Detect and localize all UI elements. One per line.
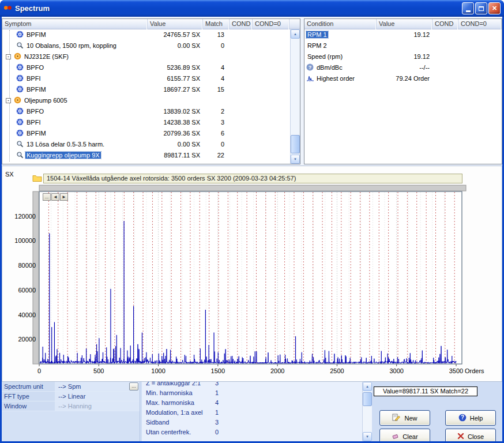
column-header-symptom[interactable]: Symptom	[2, 19, 148, 29]
chart-options-button[interactable]: ...	[43, 193, 51, 201]
symptom-label[interactable]: BPFIM	[25, 86, 47, 93]
parameter-row[interactable]: Max. harmoniska4	[142, 398, 362, 408]
new-button[interactable]: New	[379, 410, 430, 426]
symptom-row[interactable]: 10 Obalans, 1500 rpm, koppling0.00 SX0	[2, 40, 300, 51]
parameter-row[interactable]: Min. harmoniska1	[142, 388, 362, 398]
symptom-label[interactable]: Kuggingrepp oljepump 9X	[25, 152, 101, 159]
symptom-cond0	[253, 29, 289, 40]
parameter-row[interactable]: Utan centerfrek.0	[142, 427, 362, 437]
symptom-row[interactable]: Kuggingrepp oljepump 9X89817.11 SX22	[2, 150, 300, 161]
symptom-row[interactable]: 13 Lösa delar 0.5-3.5 harm.0.00 SX0	[2, 139, 300, 150]
setting-row[interactable]: FFT type--> Linear	[2, 392, 140, 401]
condition-cond	[432, 51, 458, 62]
symptom-row[interactable]: BPFI6155.77 SX4	[2, 73, 300, 84]
close-button[interactable]: Close	[445, 429, 496, 441]
symptom-value: 24765.57 SX	[148, 29, 203, 40]
parameter-row[interactable]: Modulation, 1:a axel1	[142, 408, 362, 418]
close-button[interactable]: ✕	[488, 2, 501, 14]
column-header-condition[interactable]: Condition	[304, 19, 377, 29]
column-header-cond[interactable]: COND	[230, 19, 253, 29]
svg-text:0: 0	[37, 367, 41, 374]
column-header-cond-0[interactable]: COND=0	[458, 19, 502, 29]
symptom-row[interactable]: BPFIM24765.57 SX13	[2, 29, 300, 40]
parameter-row[interactable]: Z = antalkuggar 2:13	[142, 382, 362, 388]
symptom-row[interactable]: BPFO13839.02 SX2	[2, 106, 300, 117]
scroll-down-icon[interactable]: ▼	[363, 432, 372, 441]
symptom-label[interactable]: NJ2312E (SKF)	[23, 53, 70, 60]
symptom-value: 20799.36 SX	[148, 128, 203, 139]
condition-row[interactable]: Speed (rpm)19.12	[304, 51, 502, 62]
button-label: Help	[470, 415, 483, 422]
column-header-cond[interactable]: COND	[432, 19, 458, 29]
condition-value: 79.24 Order	[377, 73, 432, 84]
condition-label[interactable]: RPM 1	[306, 31, 328, 38]
symptom-label[interactable]: Oljepump 6005	[23, 97, 69, 104]
symptom-match: 4	[203, 73, 230, 84]
symptom-match: 13	[203, 29, 230, 40]
symptom-label[interactable]: BPFI	[25, 119, 42, 126]
column-header-cond-0[interactable]: COND=0	[253, 19, 289, 29]
condition-label[interactable]: Speed (rpm)	[306, 53, 344, 60]
more-options-button[interactable]: ...	[129, 382, 138, 391]
spectrum-plot[interactable]: 2000040000600008000010000012000005001000…	[2, 166, 502, 381]
setting-row[interactable]: Window--> Hanning	[2, 401, 140, 411]
maximize-button[interactable]	[475, 2, 487, 14]
symptom-label[interactable]: BPFIM	[25, 31, 47, 38]
condition-row[interactable]: RPM 2	[304, 40, 502, 51]
symptom-row[interactable]: -Oljepump 6005	[2, 95, 300, 106]
symptom-table-header[interactable]: SymptomValueMatchCONDCOND=0	[2, 19, 300, 29]
symptom-panel: SymptomValueMatchCONDCOND=0 BPFIM24765.5…	[2, 18, 300, 164]
title-bar[interactable]: Spectrum ✕	[0, 0, 504, 17]
symptom-match: 0	[203, 40, 230, 51]
symptom-parameters-panel: Z = antalkuggar 2:13Min. harmoniska1Max.…	[142, 382, 362, 441]
symptom-label[interactable]: BPFIM	[25, 130, 47, 137]
help-button[interactable]: ?Help	[445, 410, 496, 426]
condition-label[interactable]: Highest order	[315, 75, 356, 82]
symptom-scrollbar[interactable]: ▲ ▼	[290, 29, 300, 164]
symptom-label[interactable]: 10 Obalans, 1500 rpm, koppling	[25, 42, 118, 49]
scroll-up-icon[interactable]: ▲	[291, 29, 300, 39]
symptom-cell: BPFIM	[2, 128, 148, 139]
scroll-down-icon[interactable]: ▼	[291, 155, 300, 164]
column-header-match[interactable]: Match	[203, 19, 230, 29]
column-header-value[interactable]: Value	[148, 19, 203, 29]
minimize-button[interactable]	[462, 2, 474, 14]
scroll-up-icon[interactable]: ▲	[363, 382, 372, 391]
condition-cond0	[458, 62, 502, 73]
condition-cell: RPM 1	[304, 29, 377, 40]
condition-table-header[interactable]: ConditionValueCONDCOND=0	[304, 19, 502, 29]
condition-label[interactable]: dBm/dBc	[315, 64, 344, 71]
symptom-label[interactable]: BPFO	[25, 64, 45, 71]
tree-collapse-icon[interactable]: -	[6, 98, 11, 103]
parameter-value: 1	[215, 408, 219, 418]
symptom-cell: BPFIM	[2, 29, 148, 40]
condition-cond0	[458, 51, 502, 62]
symptom-row[interactable]: -NJ2312E (SKF)	[2, 51, 300, 62]
column-header-value[interactable]: Value	[377, 19, 432, 29]
symptom-row[interactable]: BPFIM20799.36 SX6	[2, 128, 300, 139]
symptom-row[interactable]: BPFIM18697.27 SX15	[2, 84, 300, 95]
scrollbar-thumb[interactable]	[363, 392, 372, 406]
tree-collapse-icon[interactable]: -	[6, 54, 11, 59]
bearing-icon	[16, 118, 25, 128]
bearing-icon	[16, 85, 25, 95]
symptom-row[interactable]: BPFO5236.89 SX4	[2, 62, 300, 73]
parameters-scrollbar[interactable]: ▲ ▼	[362, 382, 372, 441]
symptom-label[interactable]: BPFO	[25, 108, 45, 115]
bearing-icon	[16, 107, 25, 117]
symptom-cond	[230, 139, 253, 150]
setting-row[interactable]: Spectrum unit--> Spm...	[2, 382, 140, 392]
symptom-value: 18697.27 SX	[148, 84, 203, 95]
condition-label[interactable]: RPM 2	[306, 42, 328, 49]
clear-button[interactable]: Clear	[379, 429, 430, 441]
symptom-label[interactable]: BPFI	[25, 75, 42, 82]
parameter-row[interactable]: Sidband3	[142, 418, 362, 427]
pan-left-button[interactable]: ◄	[51, 193, 59, 201]
pan-right-button[interactable]: ►	[60, 193, 68, 201]
condition-row[interactable]: RPM 119.12	[304, 29, 502, 40]
condition-row[interactable]: ?dBm/dBc--/--	[304, 62, 502, 73]
scrollbar-thumb[interactable]	[291, 135, 300, 153]
symptom-row[interactable]: BPFI14238.38 SX3	[2, 117, 300, 128]
symptom-label[interactable]: 13 Lösa delar 0.5-3.5 harm.	[25, 141, 106, 148]
condition-row[interactable]: Highest order79.24 Order	[304, 73, 502, 84]
